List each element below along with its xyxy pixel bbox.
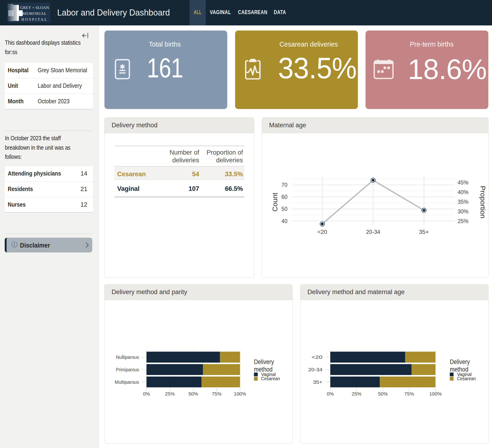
svg-text:30%: 30% — [458, 209, 469, 215]
svg-text:Multiparous: Multiparous — [115, 379, 139, 385]
svg-text:40%: 40% — [458, 189, 469, 195]
svg-text:70: 70 — [281, 182, 287, 188]
svg-text:25%: 25% — [458, 218, 469, 224]
svg-text:100%: 100% — [429, 391, 442, 397]
svg-text:25%: 25% — [352, 391, 361, 397]
svg-text:75%: 75% — [212, 391, 222, 397]
svg-text:Delivery: Delivery — [450, 358, 470, 365]
svg-text:50%: 50% — [188, 391, 198, 397]
svg-text:<20: <20 — [318, 229, 327, 235]
svg-text:Count: Count — [271, 192, 279, 211]
svg-text:75%: 75% — [404, 391, 414, 397]
svg-text:20-34: 20-34 — [308, 367, 322, 372]
svg-text:40: 40 — [281, 218, 287, 224]
svg-text:Nulliparous: Nulliparous — [116, 354, 139, 360]
svg-text:35+: 35+ — [419, 229, 429, 235]
svg-text:<20: <20 — [312, 354, 322, 360]
svg-text:45%: 45% — [458, 179, 469, 186]
svg-text:0%: 0% — [143, 391, 150, 397]
svg-text:50%: 50% — [378, 391, 388, 397]
svg-text:Primiparous: Primiparous — [116, 367, 139, 372]
svg-text:50: 50 — [281, 206, 287, 212]
svg-text:Cesarean: Cesarean — [261, 376, 280, 381]
svg-text:60: 60 — [281, 194, 287, 200]
svg-text:25%: 25% — [165, 391, 175, 397]
svg-text:35%: 35% — [458, 199, 469, 205]
svg-text:100%: 100% — [234, 391, 246, 397]
svg-text:Proportion: Proportion — [479, 186, 487, 218]
svg-text:0%: 0% — [327, 391, 334, 397]
svg-text:35+: 35+ — [313, 379, 322, 385]
svg-text:Cesarean: Cesarean — [457, 376, 476, 381]
svg-text:Delivery: Delivery — [254, 358, 274, 365]
svg-text:20-34: 20-34 — [366, 229, 380, 235]
